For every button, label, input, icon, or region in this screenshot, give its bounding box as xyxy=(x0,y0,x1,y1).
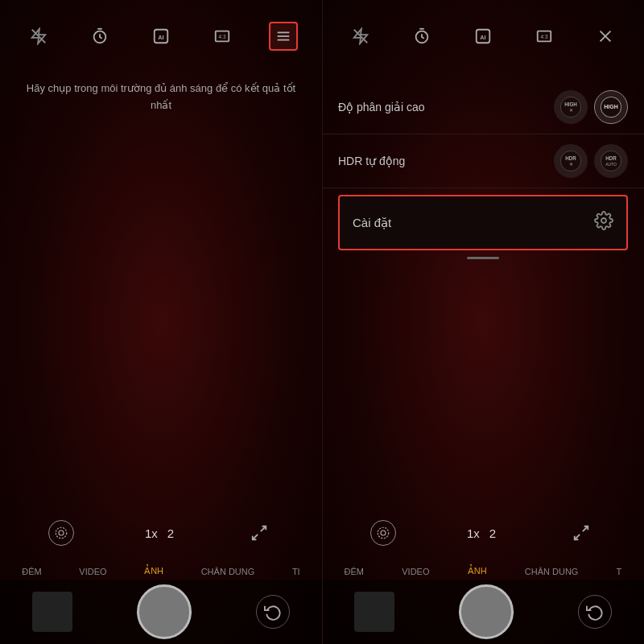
thumbnail-right[interactable] xyxy=(354,592,394,632)
resolution-label: Độ phân giải cao xyxy=(338,101,425,114)
resolution-highx-btn[interactable]: HIGH ✕ xyxy=(554,90,588,124)
timer-icon-right[interactable] xyxy=(407,22,436,51)
viewfinder-icon-left xyxy=(48,520,74,546)
rotate-button-left[interactable] xyxy=(256,595,290,629)
svg-line-40 xyxy=(575,535,580,539)
action-bar-left xyxy=(0,580,322,644)
mode-bar-left: ĐÊM VIDEO ẢNH CHÂN DUNG TI xyxy=(0,563,322,580)
hdr-auto-btn[interactable]: HDR AUTO xyxy=(594,144,628,178)
top-bar-left: AI 4:3 xyxy=(0,0,322,72)
settings-handle xyxy=(467,257,499,259)
mode-t-right[interactable]: T xyxy=(615,564,624,580)
switch-camera-icon-right[interactable] xyxy=(567,518,596,547)
svg-text:✕: ✕ xyxy=(569,162,573,167)
viewfinder-icon-right xyxy=(370,520,396,546)
thumbnail-left[interactable] xyxy=(32,592,72,632)
zoom-1x-left[interactable]: 1x xyxy=(145,526,158,540)
svg-text:HIGH: HIGH xyxy=(564,101,577,107)
action-bar-right xyxy=(322,580,644,644)
zoom-2-left[interactable]: 2 xyxy=(167,526,174,540)
menu-panel: Độ phân giải cao HIGH ✕ HIGH HDR tự động xyxy=(322,72,644,274)
settings-row-wrapper: Cài đặt xyxy=(330,195,636,259)
svg-point-32 xyxy=(601,218,606,223)
timer-icon-left[interactable] xyxy=(85,22,114,51)
settings-row[interactable]: Cài đặt xyxy=(338,195,628,250)
rotate-button-right[interactable] xyxy=(578,595,612,629)
zoom-2-right[interactable]: 2 xyxy=(489,526,496,540)
shutter-button-right[interactable] xyxy=(459,584,514,639)
bottom-bar-left: 1x 2 xyxy=(0,518,322,547)
ratio-icon-left[interactable]: 4:3 xyxy=(208,22,237,51)
svg-rect-29 xyxy=(601,151,621,171)
mode-bar-right: ĐÊM VIDEO ẢNH CHÂN DUNG T xyxy=(322,563,644,580)
mode-chandung-right[interactable]: CHÂN DUNG xyxy=(523,564,580,580)
svg-text:AUTO: AUTO xyxy=(605,163,617,167)
svg-line-35 xyxy=(261,526,266,531)
mode-video-left[interactable]: VIDEO xyxy=(77,564,108,580)
svg-text:HDR: HDR xyxy=(605,155,617,161)
svg-line-39 xyxy=(583,526,588,531)
resolution-high-btn[interactable]: HIGH xyxy=(594,90,628,124)
svg-line-36 xyxy=(253,535,258,539)
svg-text:4:3: 4:3 xyxy=(541,34,548,39)
mode-chandung-left[interactable]: CHÂN DUNG xyxy=(200,564,257,580)
mode-ti-left[interactable]: TI xyxy=(291,564,302,580)
hint-text: Hãy chụp trong môi trường đủ ánh sáng để… xyxy=(0,80,322,114)
mode-anh-right[interactable]: ẢNH xyxy=(466,563,489,580)
svg-text:4:3: 4:3 xyxy=(219,34,226,39)
bottom-bar-right: 1x 2 xyxy=(322,518,644,547)
ratio-icon-right[interactable]: 4:3 xyxy=(530,22,559,51)
top-bar-right: AI 4:3 xyxy=(322,0,644,72)
hdr-off-btn[interactable]: HDR ✕ xyxy=(554,144,588,178)
svg-point-37 xyxy=(381,530,386,535)
flash-icon-left[interactable] xyxy=(24,22,53,51)
resolution-options: HIGH ✕ HIGH xyxy=(554,90,628,124)
zoom-controls-left: 1x 2 xyxy=(145,526,174,540)
zoom-controls-right: 1x 2 xyxy=(467,526,496,540)
hdr-options: HDR ✕ HDR AUTO xyxy=(554,144,628,178)
mode-video-right[interactable]: VIDEO xyxy=(400,564,431,580)
zoom-1x-right[interactable]: 1x xyxy=(467,526,480,540)
svg-text:AI: AI xyxy=(158,34,163,41)
settings-gear-icon xyxy=(594,211,613,234)
settings-label: Cài đặt xyxy=(353,216,391,230)
resolution-row: Độ phân giải cao HIGH ✕ HIGH xyxy=(322,80,644,134)
mode-dem-right[interactable]: ĐÊM xyxy=(343,564,365,580)
menu-icon-left[interactable] xyxy=(269,22,298,51)
ai-icon-left[interactable]: AI xyxy=(147,22,175,51)
svg-point-38 xyxy=(378,527,389,539)
flash-icon-right[interactable] xyxy=(346,22,375,51)
svg-text:✕: ✕ xyxy=(569,108,573,113)
hdr-label: HDR tự động xyxy=(338,155,405,167)
svg-point-34 xyxy=(56,527,67,539)
svg-text:AI: AI xyxy=(480,34,485,41)
svg-text:HDR: HDR xyxy=(565,155,576,161)
switch-camera-icon-left[interactable] xyxy=(245,518,274,547)
shutter-button-left[interactable] xyxy=(137,584,192,639)
svg-point-33 xyxy=(59,530,64,535)
hdr-row: HDR tự động HDR ✕ HDR AUTO xyxy=(322,134,644,188)
svg-text:HIGH: HIGH xyxy=(604,104,618,109)
close-icon-right[interactable] xyxy=(591,22,620,51)
mode-dem-left[interactable]: ĐÊM xyxy=(20,564,43,580)
svg-rect-26 xyxy=(560,151,580,171)
ai-icon-right[interactable]: AI xyxy=(469,22,497,51)
mode-anh-left[interactable]: ẢNH xyxy=(142,563,165,580)
